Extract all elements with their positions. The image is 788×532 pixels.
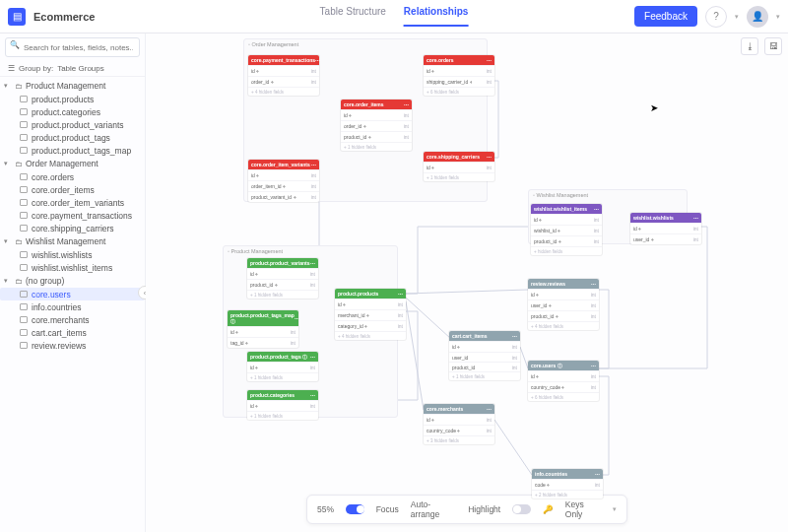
entity-card[interactable]: core.users ⓘ⋯id ⌖intcountry_code ⌖int+ 6… (528, 361, 599, 401)
keys-only-caret-icon[interactable]: ▾ (613, 505, 617, 513)
entity-card[interactable]: product.product_tags ⓘ⋯id ⌖int+ 1 hidden… (247, 352, 318, 381)
entity-card[interactable]: product.product_variants⋯id ⌖intproduct_… (247, 258, 318, 299)
entity-field: merchant_id ⌖int (335, 309, 406, 320)
tree-item[interactable]: core.payment_transactions (0, 209, 145, 222)
entity-card[interactable]: cart.cart_items⋯id ⌖intuser_idintproduct… (449, 331, 520, 380)
entity-card[interactable]: info.countries⋯code ⌖int+ 2 hidden field… (532, 469, 603, 499)
entity-footer: + 1 hidden fields (247, 290, 318, 299)
entity-field: product_variant_id ⌖int (248, 191, 319, 202)
table-icon (20, 173, 28, 180)
tree-item[interactable]: core.order_item_variants (0, 196, 145, 209)
entity-header: product.product_tags ⓘ⋯ (247, 352, 318, 362)
entity-group-title: ◦ Order Management (244, 39, 487, 49)
entity-field: code ⌖int (532, 479, 603, 490)
entity-card[interactable]: core.payment_transactions⋯id ⌖intorder_i… (248, 55, 319, 96)
tree-item[interactable]: core.orders (0, 170, 145, 183)
entity-field: id ⌖int (247, 400, 318, 411)
zoom-toggle[interactable] (346, 504, 364, 514)
table-icon (20, 264, 28, 271)
tree-item[interactable]: info.countries (0, 300, 145, 313)
tree-item-label: core.order_item_variants (32, 198, 124, 208)
feedback-button[interactable]: Feedback (634, 6, 697, 27)
help-caret-icon[interactable]: ▾ (735, 13, 739, 21)
download-icon[interactable]: ⭳ (741, 37, 758, 55)
tree-item-label: product.product_tags (32, 133, 110, 143)
folder-icon: 🗀 (15, 237, 23, 246)
highlight-toggle[interactable] (512, 504, 531, 514)
tree-group-label: Wishlist Management (26, 236, 105, 246)
diagram-canvas[interactable]: ⭳ 🖫 ➤ 55% Focus A (146, 33, 788, 532)
tree-item-label: product.products (32, 95, 94, 104)
tab-table-structure[interactable]: Table Structure (320, 6, 386, 27)
help-icon[interactable]: ? (705, 6, 727, 28)
tree-group[interactable]: ▾🗀Order Management (0, 157, 145, 170)
tree-item-label: core.merchants (32, 315, 90, 325)
entity-footer: + 6 hidden fields (528, 392, 599, 401)
table-icon (20, 342, 28, 349)
tree-item[interactable]: wishlist.wishlist_items (0, 261, 145, 274)
entity-header: core.merchants⋯ (424, 404, 494, 414)
avatar-caret-icon[interactable]: ▾ (776, 13, 780, 21)
entity-card[interactable]: wishlist.wishlists⋯id ⌖intuser_id ⌖int (630, 213, 701, 244)
folder-icon: 🗀 (15, 277, 23, 286)
mouse-cursor-icon: ➤ (650, 102, 658, 113)
entity-card[interactable]: core.order_items⋯id ⌖intorder_id ⌖intpro… (341, 100, 412, 151)
table-icon (20, 316, 28, 323)
tree-item[interactable]: product.product_tags (0, 131, 145, 144)
entity-card[interactable]: core.merchants⋯id ⌖intcountry_code ⌖int+… (424, 404, 494, 444)
tree-item-label: core.payment_transactions (32, 211, 132, 221)
entity-header: review.reviews⋯ (528, 279, 599, 289)
table-icon (20, 96, 28, 102)
entity-card[interactable]: core.orders⋯id ⌖intshipping_carrier_id ⌖… (424, 55, 494, 96)
tree-item[interactable]: core.order_items (0, 183, 145, 196)
entity-card[interactable]: core.order_item_variants⋯id ⌖intorder_it… (248, 160, 319, 202)
table-tree: ▾🗀Product Managementproduct.productsprod… (0, 77, 145, 354)
table-icon (20, 134, 28, 141)
tree-item[interactable]: review.reviews (0, 339, 145, 352)
folder-icon: 🗀 (15, 82, 23, 91)
entity-card[interactable]: review.reviews⋯id ⌖intuser_id ⌖intproduc… (528, 279, 599, 330)
tree-item[interactable]: product.product_variants (0, 118, 145, 131)
tree-item[interactable]: product.categories (0, 105, 145, 118)
tree-group[interactable]: ▾🗀Product Management (0, 79, 145, 93)
save-icon[interactable]: 🖫 (764, 37, 782, 55)
tree-item[interactable]: wishlist.wishlists (0, 248, 145, 261)
search-input[interactable] (5, 37, 140, 57)
app-logo[interactable]: ▤ (8, 8, 26, 26)
entity-footer: + 1 hidden fields (424, 172, 494, 181)
entity-field: country_code ⌖int (424, 425, 494, 435)
tree-item[interactable]: core.shipping_carriers (0, 222, 145, 234)
entity-card[interactable]: wishlist.wishlist_items⋯id ⌖intwishlist_… (531, 204, 602, 255)
tree-group[interactable]: ▾🗀(no group) (0, 274, 145, 288)
tab-relationships[interactable]: Relationships (404, 6, 469, 27)
group-by[interactable]: ☰ Group by: Table Groups (0, 61, 145, 77)
tree-item[interactable]: core.users (0, 288, 145, 300)
caret-down-icon: ▾ (4, 237, 12, 245)
entity-field: order_item_id ⌖int (248, 180, 319, 191)
tree-group[interactable]: ▾🗀Wishlist Management (0, 234, 145, 248)
entity-header: product.product_variants⋯ (247, 258, 318, 268)
tree-item[interactable]: product.product_tags_map (0, 144, 145, 157)
entity-field: shipping_carrier_id ⌖int (424, 76, 494, 87)
entity-field: user_idint (449, 352, 520, 362)
tree-item[interactable]: core.merchants (0, 313, 145, 326)
entity-field: id ⌖int (248, 169, 319, 180)
entity-card[interactable]: product.categories⋯id ⌖int+ 1 hidden fie… (247, 390, 318, 420)
entity-footer: + 1 hidden fields (247, 411, 318, 420)
auto-arrange-button[interactable]: Auto-arrange (411, 499, 456, 519)
tree-item[interactable]: product.products (0, 93, 145, 105)
project-name: Ecommerce (33, 11, 95, 23)
table-icon (20, 108, 28, 115)
table-icon (20, 225, 28, 232)
entity-card[interactable]: product.products⋯id ⌖intmerchant_id ⌖int… (335, 289, 406, 340)
focus-button[interactable]: Focus (376, 504, 399, 514)
entity-field: id ⌖int (248, 65, 319, 76)
avatar[interactable]: 👤 (747, 6, 768, 28)
entity-card[interactable]: product.product_tags_map ⓘ⋯id ⌖inttag_id… (228, 310, 298, 348)
tree-item[interactable]: cart.cart_items (0, 326, 145, 339)
entity-header: cart.cart_items⋯ (449, 331, 520, 341)
entity-footer: + 4 hidden fields (528, 321, 599, 330)
entity-field: id ⌖int (341, 109, 412, 120)
entity-card[interactable]: core.shipping_carriers⋯id ⌖int+ 1 hidden… (424, 152, 494, 181)
entity-header: product.categories⋯ (247, 390, 318, 400)
